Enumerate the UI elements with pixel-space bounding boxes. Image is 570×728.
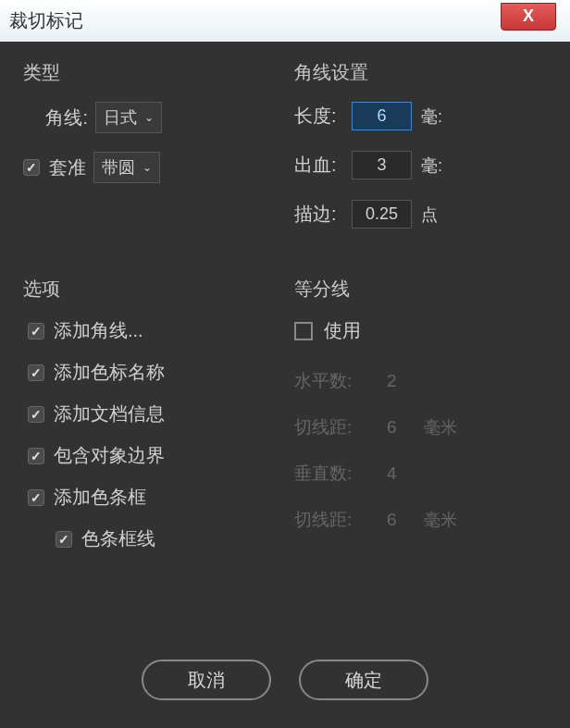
- bleed-input[interactable]: 3: [352, 151, 412, 179]
- register-label: 套准: [49, 155, 86, 180]
- stroke-unit: 点: [421, 204, 438, 226]
- corner-label: 角线:: [23, 105, 88, 130]
- divider-value-1: 6: [387, 417, 415, 438]
- ok-button[interactable]: 确定: [299, 660, 428, 700]
- options-group-label: 选项: [23, 277, 276, 302]
- cancel-button[interactable]: 取消: [142, 660, 271, 700]
- ok-button-label: 确定: [345, 668, 382, 693]
- divider-row-2: 垂直数: 4: [294, 462, 547, 486]
- length-row: 长度: 6 毫:: [294, 102, 547, 130]
- corner-settings-label: 角线设置: [294, 60, 547, 85]
- close-button[interactable]: X: [501, 3, 556, 31]
- option-row-2: 添加文档信息: [23, 401, 276, 426]
- length-input[interactable]: 6: [352, 102, 412, 130]
- corner-row: 角线: 日式 ⌄: [23, 102, 276, 133]
- close-icon: X: [523, 6, 534, 26]
- options-group: 选项 添加角线... 添加色标名称 添加文档信息 包含对象边界: [23, 277, 276, 641]
- stroke-row: 描边: 0.25 点: [294, 200, 547, 228]
- option-label-1: 添加色标名称: [54, 360, 165, 385]
- divider-use-row: 使用: [294, 318, 547, 343]
- top-section: 类型 角线: 日式 ⌄ 套准 带圆 ⌄: [23, 60, 547, 249]
- corner-settings-group: 角线设置 长度: 6 毫: 出血: 3 毫: 描边: 0.25 点: [294, 60, 547, 249]
- register-select-value: 带圆: [102, 156, 135, 179]
- option-label-3: 包含对象边界: [54, 443, 165, 468]
- divider-unit-1: 毫米: [424, 416, 457, 438]
- type-group: 类型 角线: 日式 ⌄ 套准 带圆 ⌄: [23, 60, 276, 249]
- dialog-window: 裁切标记 X 类型 角线: 日式 ⌄ 套准: [0, 0, 570, 728]
- option-sub-row: 色条框线: [23, 526, 276, 551]
- footer-buttons: 取消 确定: [23, 660, 547, 709]
- option-label-2: 添加文档信息: [54, 401, 165, 426]
- option-checkbox-1[interactable]: [28, 364, 44, 381]
- option-checkbox-4[interactable]: [28, 489, 44, 506]
- divider-value-2: 4: [387, 463, 415, 484]
- stroke-label: 描边:: [294, 202, 352, 227]
- titlebar: 裁切标记 X: [0, 0, 570, 42]
- stroke-input[interactable]: 0.25: [352, 200, 412, 228]
- corner-select[interactable]: 日式 ⌄: [95, 102, 162, 133]
- option-sub-checkbox[interactable]: [56, 531, 72, 548]
- divider-label-1: 切线距:: [294, 415, 368, 439]
- divider-label-0: 水平数:: [294, 369, 368, 393]
- option-checkbox-0[interactable]: [28, 323, 44, 339]
- option-row-1: 添加色标名称: [23, 360, 276, 385]
- divider-value-3: 6: [387, 510, 415, 530]
- bleed-unit: 毫:: [421, 154, 442, 177]
- option-row-4: 添加色条框: [23, 485, 276, 510]
- window-title: 裁切标记: [9, 8, 83, 33]
- divider-use-checkbox[interactable]: [294, 322, 313, 340]
- type-group-label: 类型: [23, 60, 276, 85]
- divider-value-0: 2: [387, 371, 415, 391]
- option-label-0: 添加角线...: [54, 318, 143, 343]
- divider-unit-3: 毫米: [424, 509, 457, 531]
- option-sub-label: 色条框线: [81, 526, 155, 551]
- register-select[interactable]: 带圆 ⌄: [93, 152, 160, 183]
- divider-row-1: 切线距: 6 毫米: [294, 415, 547, 439]
- option-row-3: 包含对象边界: [23, 443, 276, 468]
- corner-select-value: 日式: [104, 106, 137, 129]
- length-unit: 毫:: [421, 105, 442, 128]
- divider-use-label: 使用: [324, 318, 361, 343]
- length-label: 长度:: [294, 104, 352, 129]
- option-checkbox-2[interactable]: [28, 406, 44, 423]
- option-row-0: 添加角线...: [23, 318, 276, 343]
- bleed-label: 出血:: [294, 153, 352, 178]
- option-label-4: 添加色条框: [54, 485, 146, 510]
- option-checkbox-3[interactable]: [28, 448, 44, 464]
- dialog-content: 类型 角线: 日式 ⌄ 套准 带圆 ⌄: [0, 42, 570, 728]
- bleed-row: 出血: 3 毫:: [294, 151, 547, 179]
- chevron-down-icon: ⌄: [144, 111, 154, 124]
- divider-label-2: 垂直数:: [294, 462, 368, 486]
- divider-group: 等分线 使用 水平数: 2 切线距: 6 毫米 垂直数: 4: [294, 277, 547, 641]
- register-checkbox[interactable]: [23, 159, 40, 176]
- divider-row-3: 切线距: 6 毫米: [294, 508, 547, 532]
- cancel-button-label: 取消: [188, 668, 225, 693]
- divider-label-3: 切线距:: [294, 508, 368, 532]
- register-row: 套准 带圆 ⌄: [23, 152, 276, 183]
- mid-section: 选项 添加角线... 添加色标名称 添加文档信息 包含对象边界: [23, 277, 547, 641]
- chevron-down-icon: ⌄: [142, 161, 152, 174]
- divider-group-label: 等分线: [294, 277, 547, 302]
- divider-row-0: 水平数: 2: [294, 369, 547, 393]
